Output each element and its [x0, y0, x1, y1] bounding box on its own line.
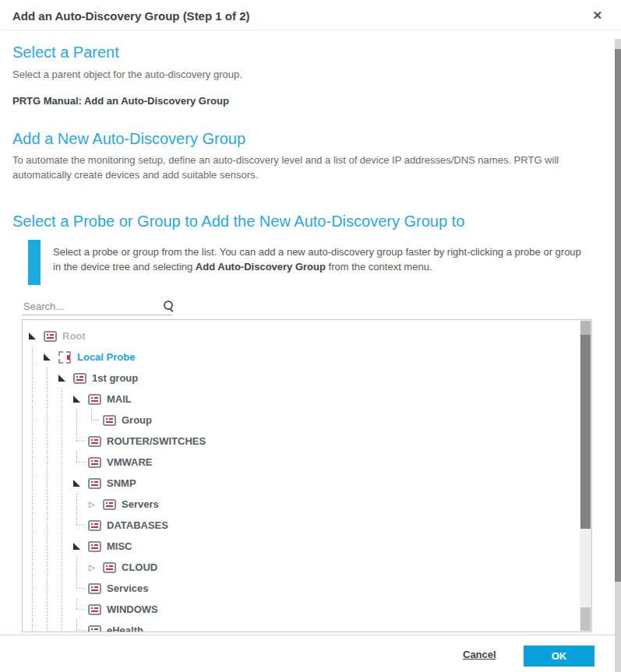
- probe-icon: [58, 351, 72, 364]
- tree-node-label[interactable]: DATABASES: [107, 519, 168, 531]
- tree-expander-expanded-icon[interactable]: [44, 347, 58, 368]
- tree-indent-guide: [58, 494, 73, 515]
- tree-node-windows[interactable]: WINDOWS: [23, 599, 591, 620]
- ok-button[interactable]: OK: [524, 646, 595, 667]
- tree-node-router-switches[interactable]: ROUTER/SWITCHES: [23, 431, 591, 452]
- tree-indent-guide: [29, 515, 44, 536]
- tree-node-label[interactable]: SNMP: [107, 477, 136, 489]
- tree-node-label[interactable]: VMWARE: [107, 456, 153, 468]
- magnifier-icon[interactable]: [162, 300, 175, 312]
- info-text-bold: Add Auto-Discovery Group: [196, 261, 326, 273]
- tree-node-label[interactable]: Servers: [122, 498, 159, 510]
- tree-connector: [73, 515, 88, 536]
- tree-indent-guide: [29, 557, 44, 578]
- close-icon[interactable]: ✕: [592, 9, 602, 23]
- tree-node-label[interactable]: eHealth: [107, 625, 143, 632]
- tree-indent-guide: [58, 578, 73, 599]
- tree-indent-guide: [58, 410, 73, 431]
- tree-expander-expanded-icon[interactable]: [73, 473, 88, 494]
- tree-node-servers[interactable]: ▷Servers: [23, 494, 591, 515]
- tree-node-ehealth[interactable]: eHealth: [23, 620, 591, 632]
- info-box: Select a probe or group from the list. Y…: [28, 240, 586, 285]
- page-scrollbar-track[interactable]: [615, 39, 621, 672]
- device-tree-panel: RootLocal Probe1st groupMAILGroupROUTER/…: [22, 319, 592, 632]
- tree-indent-guide: [29, 410, 44, 431]
- tree-indent-guide: [58, 620, 73, 632]
- group-icon: [88, 435, 102, 448]
- tree-connector: [88, 410, 103, 431]
- tree-node-label[interactable]: ROUTER/SWITCHES: [107, 435, 206, 447]
- tree-expander-expanded-icon[interactable]: [29, 325, 44, 347]
- tree-node-local-probe[interactable]: Local Probe: [23, 347, 591, 368]
- tree-expander-collapsed-icon[interactable]: ▷: [88, 557, 103, 578]
- tree-node-label[interactable]: WINDOWS: [107, 603, 158, 615]
- tree-indent-guide: [44, 431, 58, 452]
- tree-node-databases[interactable]: DATABASES: [23, 515, 591, 536]
- tree-node-label[interactable]: Local Probe: [77, 351, 135, 363]
- tree-indent-guide: [44, 557, 58, 578]
- tree-node-mail[interactable]: MAIL: [23, 389, 591, 410]
- tree-indent-guide: [58, 473, 73, 494]
- footer-divider: [0, 635, 621, 635]
- tree-indent-guide: [44, 599, 58, 620]
- tree-indent-guide: [73, 410, 88, 431]
- tree-node-root[interactable]: Root: [23, 325, 591, 347]
- page-scrollbar-thumb[interactable]: [615, 49, 621, 582]
- tree-scrollbar-track[interactable]: [580, 320, 591, 632]
- tree-indent-guide: [44, 452, 58, 473]
- tree-node-cloud[interactable]: ▷CLOUD: [23, 557, 591, 578]
- tree-scrollbar-thumb[interactable]: [580, 335, 591, 529]
- search-input[interactable]: [22, 300, 162, 313]
- tree-indent-guide: [44, 494, 58, 515]
- tree-indent-guide: [29, 536, 44, 557]
- tree-indent-guide: [44, 536, 58, 557]
- tree-scrollbar-top-cap[interactable]: [580, 321, 591, 335]
- tree-indent-guide: [44, 410, 58, 431]
- tree-scrollbar-bottom-cap[interactable]: [580, 607, 591, 631]
- tree-node-group[interactable]: Group: [23, 410, 591, 431]
- dialog-title: Add an Auto-Discovery Group (Step 1 of 2…: [12, 9, 249, 23]
- tree-indent-guide: [58, 452, 73, 473]
- tree-expander-expanded-icon[interactable]: [73, 389, 88, 410]
- tree-node-1st-group[interactable]: 1st group: [23, 368, 591, 389]
- tree-indent-guide: [58, 557, 73, 578]
- tree-expander-expanded-icon[interactable]: [73, 536, 88, 557]
- cancel-button[interactable]: Cancel: [463, 649, 496, 660]
- tree-indent-guide: [29, 431, 44, 452]
- tree-node-services[interactable]: Services: [23, 578, 591, 599]
- tree-expander-collapsed-icon[interactable]: ▷: [88, 494, 103, 515]
- tree-connector: [73, 578, 88, 599]
- tree-node-snmp[interactable]: SNMP: [23, 473, 591, 494]
- tree-expander-expanded-icon[interactable]: [58, 368, 73, 389]
- tree-node-misc[interactable]: MISC: [23, 536, 591, 557]
- info-text-post: from the context menu.: [326, 261, 432, 273]
- tree-indent-guide: [58, 389, 73, 410]
- tree-indent-guide: [29, 620, 44, 632]
- tree-connector: [73, 599, 88, 620]
- group-icon: [88, 519, 102, 532]
- tree-node-vmware[interactable]: VMWARE: [23, 452, 591, 473]
- tree-indent-guide: [29, 473, 44, 494]
- tree-node-label[interactable]: MISC: [107, 540, 132, 552]
- section-heading-select-parent: Select a Parent: [12, 44, 119, 62]
- prtg-manual-link[interactable]: PRTG Manual: Add an Auto-Discovery Group: [12, 95, 229, 107]
- tree-indent-guide: [29, 389, 44, 410]
- group-icon: [103, 498, 117, 511]
- info-accent-bar: [28, 240, 41, 285]
- group-icon: [88, 625, 102, 633]
- tree-node-label[interactable]: Root: [62, 330, 86, 342]
- tree-indent-guide: [44, 515, 58, 536]
- tree-indent-guide: [44, 368, 58, 389]
- tree-node-label[interactable]: 1st group: [92, 372, 138, 384]
- tree-node-label[interactable]: CLOUD: [122, 561, 157, 573]
- tree-node-label[interactable]: Services: [107, 582, 149, 594]
- group-icon: [88, 582, 102, 595]
- tree-indent-guide: [73, 494, 88, 515]
- tree-connector: [73, 431, 88, 452]
- group-icon: [88, 603, 102, 616]
- tree-indent-guide: [44, 473, 58, 494]
- tree-node-label[interactable]: MAIL: [107, 393, 132, 405]
- group-icon: [88, 456, 102, 469]
- info-text: Select a probe or group from the list. Y…: [41, 240, 586, 285]
- tree-node-label[interactable]: Group: [122, 414, 152, 426]
